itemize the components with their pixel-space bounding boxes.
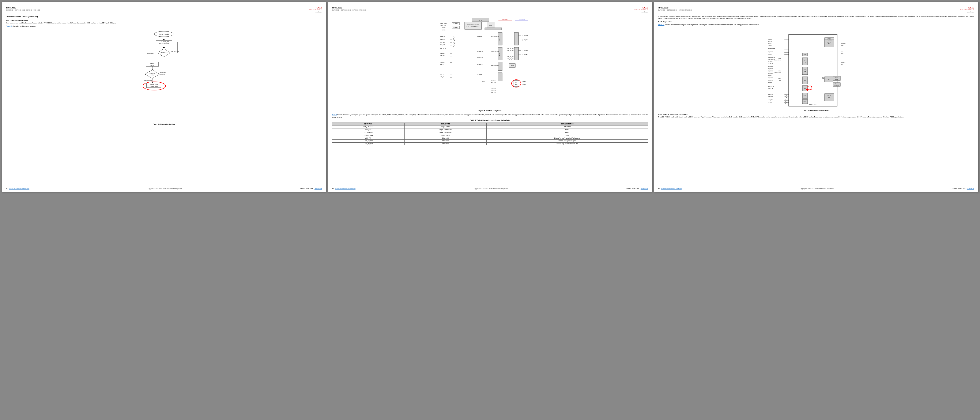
svg-text:LSX_P2R: LSX_P2R [440, 41, 445, 43]
doc-subtitle-58: SLVSDM8B – OCTOBER 2016 – REVISED JUNE 2… [658, 9, 692, 11]
figure-caption-45: Figure 45. Port Data Multiplexers [332, 110, 648, 112]
svg-text:Port 1: Port 1 [842, 45, 845, 46]
doc-subtitle-52: SLVSDM8B – OCTOBER 2016 – REVISED JUNE 2… [332, 9, 366, 11]
svg-text:Port: Port [804, 71, 806, 72]
svg-text:DEBUG12: DEBUG12 [477, 51, 483, 52]
svg-text:SWD: SWD [803, 88, 806, 89]
svg-text:SPI_MOSI: SPI_MOSI [768, 77, 773, 79]
footer-page-num-74: 74 Submit Documentation Feedback [6, 188, 29, 190]
product-link-74[interactable]: TPS65983B [315, 188, 322, 189]
footer-copyright-52: Copyright © 2016–2018, Texas Instruments… [474, 188, 508, 189]
svg-text:USB_RP_PIN: USB_RP_PIN [507, 56, 514, 57]
svg-text:C_USB_TP: C_USB_TP [522, 35, 528, 37]
svg-text:USB EP: USB EP [842, 62, 845, 63]
figure-link-69[interactable]: Figure 69 [6, 25, 12, 27]
svg-text:SBU_INT2: SBU_INT2 [491, 81, 496, 83]
product-link-58[interactable]: TPS65983B [967, 188, 974, 189]
page-url-58: www.ti.com [967, 11, 974, 13]
svg-text:OSC: OSC [804, 54, 806, 55]
header-right-74: TEXAS INSTRUMENTS www.ti.com [308, 7, 322, 13]
svg-marker-220 [785, 96, 787, 98]
svg-text:Phy: Phy [842, 64, 843, 65]
svg-text:DEBUG1: DEBUG1 [440, 52, 445, 54]
header-left-58: TPS65983B SLVSDM8B – OCTOBER 2016 – REVI… [658, 7, 692, 11]
svg-text:I2C_ADDR: I2C_ADDR [768, 51, 773, 52]
svg-text:I2C: I2C [804, 69, 806, 70]
svg-marker-125 [453, 39, 455, 41]
figure51-link[interactable]: Figure 51 [658, 24, 665, 25]
svg-text:Rp-Rp: Rp-Rp [150, 64, 154, 66]
svg-text:LSX_R2P: LSX_R2P [440, 44, 445, 45]
svg-text:I2C_SDA1: I2C_SDA1 [768, 61, 773, 62]
section-title-74: Device Functional Modes (continued) [6, 16, 322, 18]
section-936-heading: 9.3.6 Digital Core [658, 21, 974, 23]
body-text-936: Figure 51 shows a simplified block diagr… [658, 24, 974, 26]
svg-marker-22 [151, 68, 153, 70]
svg-text:DEBUG34: DEBUG34 [491, 90, 496, 91]
svg-text:R_OSC: R_OSC [768, 53, 772, 55]
svg-marker-127 [453, 45, 455, 47]
svg-text:UART_TX: UART_TX [440, 36, 445, 37]
footer-product-74: Product Folder Links: TPS65983B [300, 188, 322, 189]
table-cell: AUX_P/N [332, 137, 405, 140]
svg-text:Phy: Phy [828, 43, 830, 45]
svg-text:RpRd Not: RpRd Not [160, 72, 166, 73]
header-right-52: TEXAS INSTRUMENTS www.ti.com [634, 7, 648, 13]
svg-rect-69 [514, 33, 519, 45]
header-left-74: TPS65983B SLVSDM8B – OCTOBER 2016 – REVI… [6, 7, 40, 11]
svg-text:DEBUG4: DEBUG4 [440, 64, 445, 65]
svg-text:Monitor VBUS: Monitor VBUS [150, 86, 158, 87]
svg-marker-126 [453, 42, 455, 44]
table-cell: UART [487, 131, 648, 134]
svg-text:SWD_DATA: SWD_DATA [768, 86, 774, 87]
page-74: TPS65983B SLVSDM8B – OCTOBER 2016 – REVI… [2, 2, 326, 192]
table-header-signal-function: SIGNAL FUNCTION [487, 123, 648, 125]
body-text-58-intro: The enabling of the switch is controlled… [658, 15, 974, 20]
svg-text:SPI_SS2: SPI_SS2 [768, 81, 772, 83]
submit-feedback-74[interactable]: Submit Documentation Feedback [9, 188, 29, 189]
footer-page-num-52: 52 Submit Documentation Feedback [332, 188, 355, 190]
svg-text:USB_EP_PIN: USB_EP_PIN [507, 58, 514, 60]
table3-link[interactable]: Table 3 [332, 114, 337, 116]
page-footer-74: 74 Submit Documentation Feedback Copyrig… [6, 187, 322, 190]
figure-51-svg: HRESET MRESET RESETZ GPIOx-8 BUSPOWERZ I… [767, 28, 865, 108]
product-link-52[interactable]: TPS65983B [641, 188, 648, 189]
pages-container: TPS65983B SLVSDM8B – OCTOBER 2016 – REVI… [0, 0, 980, 194]
table3: INPUT PATH SIGNAL TYPE SIGNAL FUNCTION S… [332, 123, 648, 146]
svg-marker-23 [145, 70, 160, 78]
svg-text:I2C: I2C [842, 51, 843, 52]
ti-logo-52: TEXAS INSTRUMENTS [634, 7, 648, 11]
svg-text:To ADC: To ADC [482, 81, 485, 82]
svg-text:UART_RX: UART_RX [768, 96, 773, 97]
header-left-52: TPS65983B SLVSDM8B – OCTOBER 2016 – REVI… [332, 7, 366, 11]
svg-text:C_USB_TN: C_USB_TN [522, 39, 528, 41]
svg-text:UART1: UART1 [803, 95, 807, 97]
svg-text:SBU: SBU [515, 82, 517, 83]
svg-text:2nd Stage: 2nd Stage [519, 19, 525, 20]
svg-text:AUX_N: AUX_N [440, 76, 444, 78]
svg-text:USB PD: USB PD [827, 41, 831, 43]
page-header-52: TPS65983B SLVSDM8B – OCTOBER 2016 – REVI… [332, 7, 648, 14]
svg-rect-44 [465, 22, 482, 29]
submit-feedback-58[interactable]: Submit Documentation Feedback [661, 188, 682, 189]
table-cell: Single Ended [404, 134, 487, 137]
page-footer-52: 52 Submit Documentation Feedback Copyrig… [332, 187, 648, 190]
body-text-937: The USB-PD BMC modem interface is a full… [658, 116, 974, 118]
svg-text:DEBUG_CTL1: DEBUG_CTL1 [768, 57, 775, 58]
svg-text:RpRd Attached: RpRd Attached [144, 80, 152, 81]
svg-marker-8 [163, 47, 165, 49]
figure-caption-69: Figure 69. Memory Invalid Flow [6, 123, 322, 125]
svg-text:LSX_P2R: LSX_P2R [768, 99, 773, 100]
page-52: TPS65983B SLVSDM8B – OCTOBER 2016 – REVI… [328, 2, 652, 192]
svg-text:Auxiliary Control: Auxiliary Control [774, 72, 781, 73]
svg-marker-221 [785, 100, 787, 102]
svg-text:Shutdown: Shutdown [834, 85, 839, 86]
submit-feedback-52[interactable]: Submit Documentation Feedback [335, 188, 355, 189]
svg-text:Charger: Charger [510, 65, 514, 66]
table3-title: Table 3. Typical Signals through Analog … [332, 119, 648, 121]
table-cell: USB 2.0 Low Speed Endpoint [487, 140, 648, 142]
svg-text:MUX: MUX [499, 38, 500, 41]
footer-copyright-74: Copyright © 2016–2018, Texas Instruments… [148, 188, 182, 189]
table-cell: Differential [404, 142, 487, 145]
page-header-74: TPS65983B SLVSDM8B – OCTOBER 2016 – REVI… [6, 7, 322, 14]
